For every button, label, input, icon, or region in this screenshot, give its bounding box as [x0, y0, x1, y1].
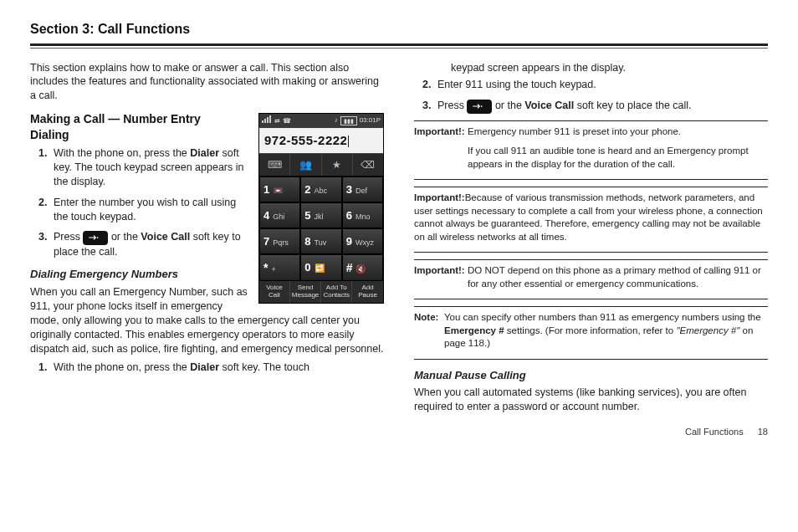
music-icon: ♪: [335, 116, 338, 125]
key-7: 7Pqrs: [259, 228, 300, 254]
key-5: 5Jkl: [300, 202, 341, 228]
svg-point-0: [97, 237, 99, 238]
key-4: 4Ghi: [259, 202, 300, 228]
key-2: 2Abc: [300, 176, 341, 202]
emergency-step-2: Enter 911 using the touch keypad.: [434, 78, 768, 92]
column-left: This section explains how to make or ans…: [30, 61, 384, 414]
phone-keypad: 1📼 2Abc 3Def 4Ghi 5Jkl 6Mno 7Pqrs 8Tuv 9…: [259, 176, 383, 281]
section-title: Section 3: Call Functions: [30, 20, 768, 38]
emergency-step-1: With the phone on, press the Dialer soft…: [50, 361, 384, 375]
call-key-icon: [83, 231, 108, 245]
key-9: 9Wxyz: [342, 228, 383, 254]
note-emergency-setting: Note: You can specify other numbers than…: [414, 306, 768, 360]
contacts-tab-icon: 👥: [290, 154, 321, 176]
column-right: keypad screen appears in the display. En…: [414, 61, 768, 414]
phone-time: 03:01P: [360, 116, 381, 125]
page-number: 18: [758, 427, 768, 437]
manual-pause-heading: Manual Pause Calling: [414, 368, 768, 383]
important-donot: Important!: DO NOT depend on this phone …: [414, 259, 768, 299]
backspace-icon: ⌫: [353, 154, 383, 176]
title-rule: [30, 43, 768, 46]
manual-pause-paragraph: When you call automated systems (like ba…: [414, 386, 768, 414]
battery-icon: ▮▮▮: [340, 116, 357, 125]
key-0: 0🔁: [300, 254, 341, 281]
key-8: 8Tuv: [300, 228, 341, 254]
key-6: 6Mno: [342, 202, 383, 228]
key-1: 1📼: [259, 176, 300, 202]
phone-status-bar: ⇄ ☎ ♪ ▮▮▮ 03:01P: [259, 114, 383, 128]
favorites-tab-icon: ★: [322, 154, 353, 176]
emergency-steps-right: Enter 911 using the touch keypad. Press …: [434, 78, 768, 113]
page-footer: Call Functions 18: [30, 426, 768, 438]
phone-softkeys: Voice Call Send Message Add To Contacts …: [259, 281, 383, 303]
call-key-icon: [467, 100, 492, 114]
softkey-voice-call: Voice Call: [259, 281, 290, 303]
softkey-send-message: Send Message: [290, 281, 321, 303]
svg-point-1: [481, 105, 483, 107]
important-transmission: Important!: Because of various transmiss…: [414, 187, 768, 253]
key-3: 3Def: [342, 176, 383, 202]
two-column-layout: This section explains how to make or ans…: [30, 61, 768, 414]
emergency-step-3: Press or the Voice Call soft key to plac…: [434, 99, 768, 113]
intro-paragraph: This section explains how to make or ans…: [30, 61, 384, 104]
step-1-continuation: keypad screen appears in the display.: [451, 61, 768, 75]
footer-label: Call Functions: [685, 427, 744, 437]
important-preset: Important!: Emergency number 911 is pres…: [414, 120, 768, 181]
making-call-heading: Making a Call — Number Entry Dialing: [30, 111, 231, 143]
key-hash: #🔇: [342, 254, 383, 281]
softkey-add-contacts: Add To Contacts: [321, 281, 352, 303]
phone-number-entry: 972-555-2222: [259, 128, 383, 153]
emergency-steps-left: With the phone on, press the Dialer soft…: [50, 361, 384, 375]
softkey-add-pause: Add Pause: [352, 281, 383, 303]
signal-icon: ⇄ ☎: [262, 115, 291, 126]
phone-screenshot: ⇄ ☎ ♪ ▮▮▮ 03:01P 972-555-2222 ⌨ 👥: [258, 113, 384, 304]
keypad-tab-icon: ⌨: [259, 154, 290, 176]
phone-filter-tabs: ⌨ 👥 ★ ⌫: [259, 153, 383, 176]
key-star: *+: [259, 254, 300, 281]
